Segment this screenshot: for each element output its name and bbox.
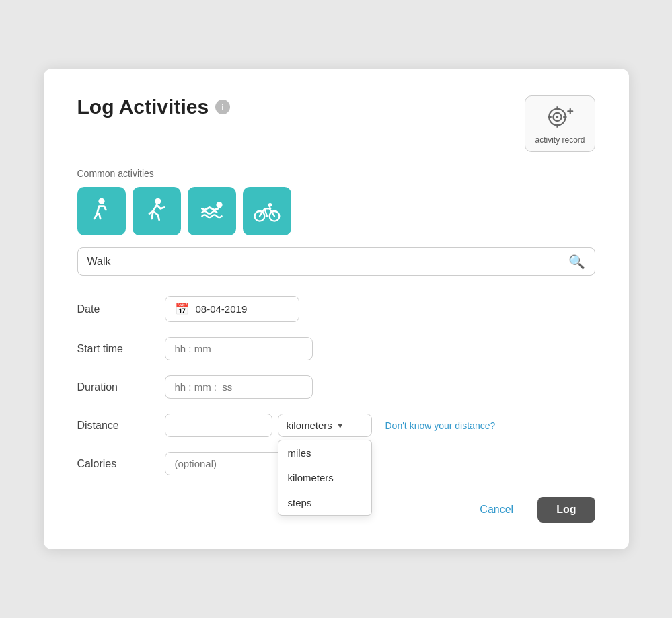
activity-walk-button[interactable] — [77, 187, 126, 235]
activity-run-button[interactable] — [133, 187, 181, 235]
date-label: Date — [77, 303, 165, 315]
distance-group: kilometers ▼ miles kilometers steps Don'… — [165, 414, 595, 437]
run-icon — [142, 196, 172, 226]
title-row: Log Activities i — [77, 95, 231, 118]
svg-point-11 — [216, 202, 222, 208]
unit-selected-value: kilometers — [287, 420, 332, 431]
dropdown-arrow-icon: ▼ — [336, 421, 344, 430]
date-row: Date 📅 08-04-2019 — [77, 296, 595, 322]
activity-search-input[interactable] — [87, 256, 568, 268]
unit-select-display[interactable]: kilometers ▼ — [278, 414, 372, 437]
activity-record-icon — [546, 103, 574, 131]
svg-point-9 — [98, 198, 104, 204]
walk-icon — [87, 196, 116, 226]
calories-label: Calories — [77, 458, 165, 470]
svg-point-2 — [556, 116, 559, 118]
swim-icon — [197, 196, 227, 226]
calendar-icon: 📅 — [175, 302, 189, 316]
distance-label: Distance — [77, 420, 165, 432]
duration-label: Duration — [77, 381, 165, 393]
unit-option-kilometers[interactable]: kilometers — [278, 465, 371, 490]
unit-option-miles[interactable]: miles — [278, 440, 371, 465]
start-time-row: Start time — [77, 337, 595, 360]
page-title: Log Activities — [77, 95, 209, 118]
unit-dropdown-menu: miles kilometers steps — [278, 440, 372, 516]
activity-record-label: activity record — [535, 135, 585, 145]
duration-row: Duration — [77, 375, 595, 399]
modal-container: Log Activities i activity record Common … — [44, 69, 629, 549]
start-time-label: Start time — [77, 343, 165, 355]
activity-icons-row — [77, 187, 595, 235]
start-time-input[interactable] — [165, 337, 313, 360]
info-icon[interactable]: i — [215, 100, 230, 114]
activity-record-button[interactable]: activity record — [525, 95, 595, 152]
cycle-icon — [252, 196, 282, 226]
log-button[interactable]: Log — [537, 497, 595, 523]
svg-point-10 — [155, 198, 161, 204]
distance-row: Distance kilometers ▼ miles kilometers s… — [77, 414, 595, 437]
unit-option-steps[interactable]: steps — [278, 490, 371, 515]
search-row: 🔍 — [77, 247, 595, 276]
common-activities-label: Common activities — [77, 168, 595, 179]
date-field[interactable]: 📅 08-04-2019 — [165, 296, 299, 322]
search-icon: 🔍 — [568, 254, 585, 270]
cancel-button[interactable]: Cancel — [469, 497, 524, 523]
header-row: Log Activities i activity record — [77, 95, 595, 152]
unit-select-wrapper: kilometers ▼ miles kilometers steps — [278, 414, 372, 437]
duration-input[interactable] — [165, 375, 313, 399]
distance-input[interactable] — [165, 414, 272, 437]
date-value: 08-04-2019 — [196, 303, 248, 315]
activity-cycle-button[interactable] — [243, 187, 291, 235]
activity-swim-button[interactable] — [188, 187, 236, 235]
dont-know-distance-link[interactable]: Don't know your distance? — [385, 420, 496, 431]
